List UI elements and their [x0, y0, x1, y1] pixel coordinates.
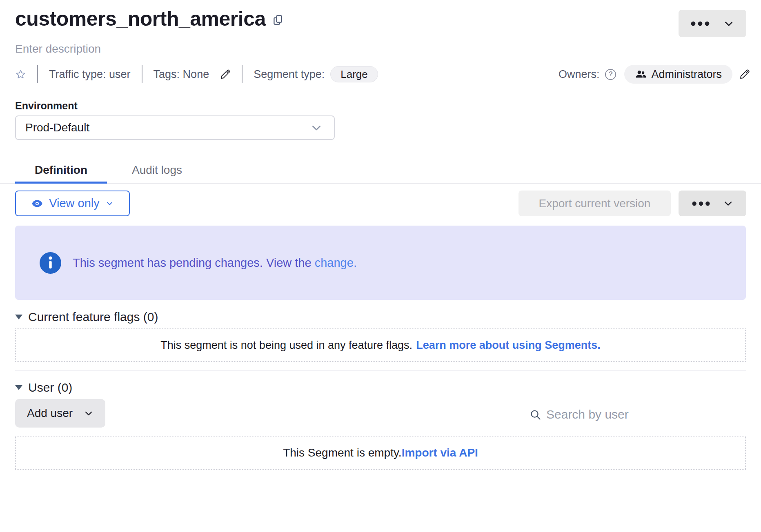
collapse-caret-icon [15, 315, 22, 319]
section-divider [15, 370, 746, 371]
user-section-title: User (0) [28, 381, 72, 395]
chevron-down-icon [106, 200, 113, 207]
owners-value: Administrators [651, 68, 722, 81]
banner-message: This segment has pending changes. View t… [73, 256, 315, 269]
header-more-actions-button[interactable] [679, 10, 746, 37]
collapse-caret-icon [15, 385, 22, 390]
edit-owners-icon[interactable] [739, 69, 750, 80]
segment-type-label: Segment type: [254, 68, 325, 81]
divider [142, 65, 142, 83]
add-user-button[interactable]: Add user [15, 399, 105, 428]
tab-audit-logs[interactable]: Audit logs [132, 157, 182, 183]
pending-changes-banner: This segment has pending changes. View t… [15, 226, 746, 300]
search-by-user [529, 405, 746, 424]
feature-flags-title: Current feature flags (0) [28, 310, 158, 324]
segment-empty-text: This Segment is empty. [283, 446, 401, 459]
feature-flags-empty-text: This segment is not being used in any fe… [160, 339, 412, 352]
banner-view-change-link[interactable]: change. [315, 256, 357, 269]
owners-badge[interactable]: Administrators [624, 65, 732, 84]
environment-selected-value: Prod-Default [25, 121, 89, 134]
copy-icon[interactable] [272, 14, 285, 26]
user-section-header[interactable]: User (0) [15, 381, 72, 395]
divider [37, 65, 38, 83]
people-icon [635, 69, 647, 80]
import-via-api-link[interactable]: Import via API [402, 446, 478, 459]
environment-select[interactable]: Prod-Default [15, 115, 335, 140]
tab-definition-label: Definition [35, 164, 87, 177]
search-by-user-input[interactable] [546, 408, 746, 421]
favorite-star-icon[interactable] [15, 69, 26, 80]
title-row: customers_north_america [15, 7, 746, 30]
description-placeholder[interactable]: Enter description [15, 42, 101, 55]
page-title: customers_north_america [15, 7, 266, 30]
owners-label: Owners: [559, 68, 600, 81]
help-icon[interactable]: ? [605, 69, 616, 80]
chevron-down-icon [84, 408, 93, 418]
chevron-down-icon [723, 18, 734, 29]
traffic-type-label: Traffic type: user [49, 68, 131, 81]
search-icon [529, 408, 542, 421]
ellipsis-icon [692, 201, 710, 206]
chevron-down-icon [723, 198, 733, 208]
segment-type-badge: Large [330, 66, 378, 82]
chevron-down-icon [310, 122, 323, 134]
environment-label: Environment [15, 100, 78, 112]
feature-flags-empty-box: This segment is not being used in any fe… [15, 328, 746, 362]
export-label: Export current version [539, 197, 651, 210]
view-only-button[interactable]: View only [15, 191, 130, 216]
owners-group: Owners: ? Administrators [559, 65, 750, 84]
info-icon [40, 252, 61, 274]
edit-tags-icon[interactable] [220, 69, 231, 80]
definition-more-actions-button[interactable] [679, 191, 746, 216]
view-only-label: View only [49, 197, 100, 210]
add-user-label: Add user [27, 407, 73, 420]
tags-label: Tags: None [154, 68, 209, 81]
ellipsis-icon [691, 21, 710, 26]
feature-flags-section-header[interactable]: Current feature flags (0) [15, 310, 158, 324]
tab-audit-logs-label: Audit logs [132, 164, 182, 177]
active-tab-underline [15, 182, 107, 184]
learn-more-link[interactable]: Learn more about using Segments. [416, 339, 601, 352]
tab-bar: Definition Audit logs [0, 157, 761, 184]
export-current-version-button[interactable]: Export current version [518, 191, 671, 216]
tab-definition[interactable]: Definition [15, 157, 107, 183]
divider [242, 65, 243, 83]
segment-empty-box: This Segment is empty.Import via API [15, 436, 746, 470]
meta-row: Traffic type: user Tags: None Segment ty… [15, 64, 750, 84]
eye-icon [31, 198, 43, 209]
